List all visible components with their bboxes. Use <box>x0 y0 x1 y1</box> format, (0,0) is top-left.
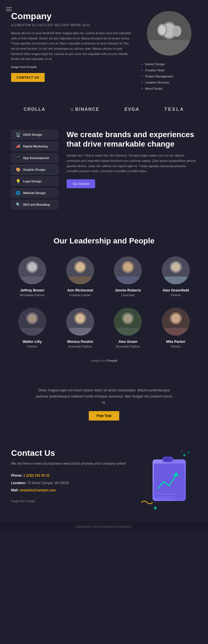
svg-rect-6 <box>147 40 191 56</box>
svg-rect-30 <box>69 328 91 336</box>
person-monica-pouliot: Monica Pouliot Associate Partner <box>59 308 102 348</box>
svg-rect-22 <box>165 276 187 284</box>
svg-point-5 <box>173 26 181 37</box>
svg-rect-38 <box>165 328 187 336</box>
service-graphic-design[interactable]: 🎨 Graphic Design <box>11 165 58 174</box>
service-logo-design[interactable]: 💡 Logo Design <box>11 177 58 186</box>
service-seo-branding[interactable]: 🔍 SEO and Branding <box>11 200 58 209</box>
hero-image-credit: Image from Freepik <box>11 66 133 69</box>
website-label: Website Design <box>23 191 46 195</box>
brand-tesla: TESLA <box>164 107 184 112</box>
jennie-name: Jennie Roberts <box>115 288 141 292</box>
service-digital-marketing[interactable]: 📣 Digital Marketing <box>11 142 58 151</box>
hero-subtitle: ELEMENTUM EU FACILISIS SED ODIO MORBI QU… <box>11 24 133 27</box>
svg-rect-34 <box>117 328 139 336</box>
contact-right <box>136 448 197 509</box>
walter-avatar <box>18 308 46 336</box>
nav-item-creative-direction[interactable]: Creative Direction <box>141 79 197 85</box>
alex-g-role: Partner <box>171 293 181 297</box>
nav-item-interior-design[interactable]: Interior Design <box>141 61 197 67</box>
svg-point-37 <box>171 314 180 323</box>
person-jeffrey-brown: Jeffrey Brown Worldwide Partner <box>11 256 54 297</box>
alex-green-role: Associate Partner <box>116 345 140 348</box>
svg-point-41 <box>181 451 182 452</box>
leadership-section: Our Leadership and People Jeffrey Brown … <box>0 223 208 371</box>
monica-name: Monica Pouliot <box>67 339 93 344</box>
ann-role: Creative Leader <box>69 293 91 297</box>
service-website-design[interactable]: 🌐 Website Design <box>11 188 58 198</box>
svg-point-21 <box>171 263 180 271</box>
svg-point-13 <box>76 263 85 271</box>
svg-rect-18 <box>117 276 139 284</box>
contact-location-line: Location: 75 Street Sample, WI 63025 <box>11 479 130 487</box>
svg-point-40 <box>188 452 189 453</box>
person-jennie-roberts: Jennie Roberts Chairman <box>107 256 149 297</box>
jeffrey-avatar <box>18 256 46 284</box>
hero-left: Company ELEMENTUM EU FACILISIS SED ODIO … <box>11 11 133 82</box>
svg-point-4 <box>159 25 166 35</box>
nav-item-project-management[interactable]: Project Management <box>141 73 197 79</box>
free-trial-button[interactable]: Free Trial <box>89 411 119 421</box>
our-contact-button[interactable]: Our Contact <box>67 179 95 188</box>
phone-number: 1 (232) 252 55 22 <box>23 474 50 477</box>
cta-text: Dolor magna eget est lorem ipsum dolor s… <box>35 387 173 406</box>
person-alex-green: Alex Green Associate Partner <box>107 308 149 348</box>
service-app-dev[interactable]: 📱 App Development <box>11 153 58 163</box>
svg-point-39 <box>183 454 186 456</box>
brand-binance: BINANCE <box>70 107 99 112</box>
hero-section: Company ELEMENTUM EU FACILISIS SED ODIO … <box>0 0 208 100</box>
hamburger-menu[interactable] <box>4 4 14 14</box>
contact-title: Contact Us <box>11 448 130 458</box>
svg-rect-14 <box>69 276 91 284</box>
person-alex-greenfield: Alex Greenfield Partner <box>155 256 197 297</box>
svg-point-29 <box>76 314 85 323</box>
contact-section: Contact Us We are here to meet any busin… <box>0 434 208 520</box>
app-icon: 📱 <box>15 156 21 160</box>
mila-avatar <box>162 308 190 336</box>
website-icon: 🌐 <box>15 191 21 195</box>
alex-g-avatar <box>162 256 190 284</box>
mila-role: Partner <box>171 345 181 348</box>
seo-label: SEO and Branding <box>23 203 50 206</box>
nav-item-creative-team[interactable]: Creative Team <box>141 67 197 73</box>
graphic-label: Graphic Design <box>23 168 45 171</box>
hero-body: Massa ultrices mi quis hendrerit dolor m… <box>11 31 133 62</box>
person-ann-richmond: Ann Richmond Creative Leader <box>59 256 102 297</box>
contact-desc: We are here to meet any business need an… <box>11 461 130 466</box>
contact-illustration <box>139 448 194 509</box>
logo-label: Logo Design <box>23 180 42 183</box>
location-value: 75 Street Sample, WI 63025 <box>27 481 69 485</box>
footer-text: Sample text. Click to select the Text El… <box>76 525 132 528</box>
uiux-icon: 🖥️ <box>15 132 21 137</box>
graphic-icon: 🎨 <box>15 167 21 172</box>
nav-item-about-studio[interactable]: About Studio <box>141 85 197 92</box>
contact-info: Phone: 1 (232) 252 55 22 Location: 75 St… <box>11 472 130 494</box>
walter-name: Walter Lilly <box>23 339 42 344</box>
leadership-title: Our Leadership and People <box>11 237 197 245</box>
jennie-role: Chairman <box>121 293 135 297</box>
ann-name: Ann Richmond <box>67 288 93 292</box>
person-walter-lilly: Walter Lilly Partner <box>11 308 54 348</box>
walter-role: Partner <box>27 345 37 348</box>
svg-point-25 <box>28 314 37 323</box>
brand-evga: EVGA <box>125 107 139 112</box>
service-uiux[interactable]: 🖥️ UI/UX Design <box>11 130 58 139</box>
contact-us-button[interactable]: CONTACT US <box>11 73 45 82</box>
contact-image-credit: Image from Freepik <box>11 500 130 503</box>
brands-bar: CROLLA BINANCE EVGA TESLA <box>0 100 208 119</box>
uiux-label: UI/UX Design <box>23 133 42 136</box>
mila-name: Mila Parker <box>166 339 185 344</box>
brand-crolla: CROLLA <box>24 107 45 112</box>
svg-point-33 <box>123 314 132 323</box>
location-label: Location: <box>11 481 26 485</box>
hero-nav-list: Interior Design Creative Team Project Ma… <box>141 61 197 92</box>
person-mila-parker: Mila Parker Partner <box>155 308 197 348</box>
contact-left: Contact Us We are here to meet any busin… <box>11 448 130 502</box>
svg-rect-47 <box>164 457 172 461</box>
contact-mail-line: Mail: template@sample.com <box>11 487 130 494</box>
ann-avatar <box>66 256 94 284</box>
footer: Sample text. Click to select the Text El… <box>0 520 208 533</box>
svg-rect-45 <box>154 464 184 498</box>
contact-phone-line: Phone: 1 (232) 252 55 22 <box>11 472 130 479</box>
services-section: 🖥️ UI/UX Design 📣 Digital Marketing 📱 Ap… <box>0 119 208 223</box>
